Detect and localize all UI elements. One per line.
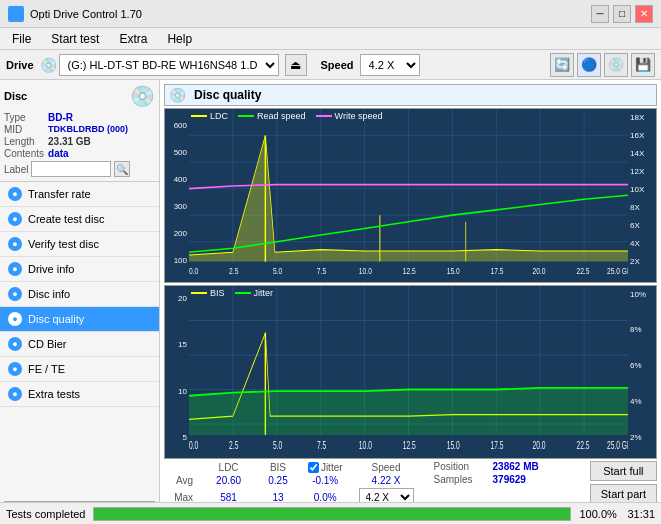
legend-ldc: LDC: [191, 111, 228, 121]
jitter-label: Jitter: [321, 462, 343, 473]
drive-select[interactable]: (G:) HL-DT-ST BD-RE WH16NS48 1.D3: [59, 54, 279, 76]
nav-item-disc-info[interactable]: ●Disc info: [0, 282, 159, 307]
toolbar-disc-button[interactable]: 💿: [604, 53, 628, 77]
nav-icon-verify-test-disc: ●: [8, 237, 22, 251]
y1-label-600: 600: [174, 121, 187, 130]
avg-jitter: -0.1%: [300, 474, 351, 487]
contents-key: Contents: [4, 148, 44, 159]
app-icon: [8, 6, 24, 22]
type-key: Type: [4, 112, 44, 123]
svg-text:5.0: 5.0: [273, 439, 282, 451]
drive-bar: Drive 💿 (G:) HL-DT-ST BD-RE WH16NS48 1.D…: [0, 50, 661, 80]
yr2-2pct: 2%: [630, 433, 642, 442]
th-jitter-check: Jitter: [300, 461, 351, 474]
progress-percent: 100.0%: [579, 508, 619, 520]
nav-icon-cd-bier: ●: [8, 337, 22, 351]
length-key: Length: [4, 136, 44, 147]
window-title: Opti Drive Control 1.70: [30, 8, 142, 20]
menu-start-test[interactable]: Start test: [47, 31, 103, 47]
nav-item-disc-quality[interactable]: ●Disc quality: [0, 307, 159, 332]
svg-text:15.0: 15.0: [447, 266, 460, 276]
yr2-10pct: 10%: [630, 290, 646, 299]
progress-bar-fill: [94, 508, 570, 520]
nav-label-create-test-disc: Create test disc: [28, 213, 104, 225]
main-area: Disc 💿 Type BD-R MID TDKBLDRBD (000) Len…: [0, 80, 661, 524]
samples-value: 379629: [493, 474, 526, 485]
toolbar-settings-button[interactable]: 🔵: [577, 53, 601, 77]
close-button[interactable]: ✕: [635, 5, 653, 23]
menu-extra[interactable]: Extra: [115, 31, 151, 47]
svg-text:10.0: 10.0: [359, 266, 372, 276]
chart2-svg: 0.0 2.5 5.0 7.5 10.0 12.5 15.0 17.5 20.0…: [189, 286, 628, 459]
position-value: 23862 MB: [493, 461, 539, 472]
chart-title: Disc quality: [194, 88, 261, 102]
avg-bis: 0.25: [256, 474, 300, 487]
legend-writespeed-label: Write speed: [335, 111, 383, 121]
y2-label-15: 15: [178, 340, 187, 349]
nav-item-create-test-disc[interactable]: ●Create test disc: [0, 207, 159, 232]
y2-label-20: 20: [178, 294, 187, 303]
maximize-button[interactable]: □: [613, 5, 631, 23]
disc-section: Disc 💿 Type BD-R MID TDKBLDRBD (000) Len…: [0, 80, 159, 182]
toolbar-save-button[interactable]: 💾: [631, 53, 655, 77]
label-key: Label: [4, 164, 28, 175]
yr1-16x: 16X: [630, 131, 644, 140]
position-row: Position 23862 MB: [434, 461, 539, 472]
th-bis: BIS: [256, 461, 300, 474]
yr1-18x: 18X: [630, 113, 644, 122]
yr1-8x: 8X: [630, 203, 640, 212]
start-full-button[interactable]: Start full: [590, 461, 657, 481]
menu-file[interactable]: File: [8, 31, 35, 47]
legend-ldc-label: LDC: [210, 111, 228, 121]
y1-label-500: 500: [174, 148, 187, 157]
svg-text:5.0: 5.0: [273, 266, 283, 276]
y1-label-200: 200: [174, 229, 187, 238]
nav-label-cd-bier: CD Bier: [28, 338, 67, 350]
nav-label-extra-tests: Extra tests: [28, 388, 80, 400]
disc-header-title: Disc: [4, 90, 27, 102]
nav-item-verify-test-disc[interactable]: ●Verify test disc: [0, 232, 159, 257]
nav-list: ●Transfer rate●Create test disc●Verify t…: [0, 182, 159, 407]
speed-select[interactable]: 4.2 X: [360, 54, 420, 76]
contents-value: data: [48, 148, 155, 159]
y1-label-300: 300: [174, 202, 187, 211]
yr1-2x: 2X: [630, 257, 640, 266]
nav-icon-extra-tests: ●: [8, 387, 22, 401]
mid-key: MID: [4, 124, 44, 135]
nav-icon-drive-info: ●: [8, 262, 22, 276]
svg-text:25.0 GB: 25.0 GB: [607, 266, 628, 276]
svg-text:25.0 GB: 25.0 GB: [607, 439, 628, 451]
legend-readspeed: Read speed: [238, 111, 306, 121]
avg-speed: 4.22 X: [351, 474, 422, 487]
jitter-checkbox[interactable]: [308, 462, 319, 473]
th-empty: [164, 461, 201, 474]
status-bar: Tests completed 100.0% 31:31: [0, 502, 661, 524]
label-edit-button[interactable]: 🔍: [114, 161, 130, 177]
action-buttons: Start full Start part: [590, 461, 657, 504]
minimize-button[interactable]: ─: [591, 5, 609, 23]
nav-item-extra-tests[interactable]: ●Extra tests: [0, 382, 159, 407]
toolbar-refresh-button[interactable]: 🔄: [550, 53, 574, 77]
menu-bar: File Start test Extra Help: [0, 28, 661, 50]
svg-text:17.5: 17.5: [491, 266, 504, 276]
nav-label-drive-info: Drive info: [28, 263, 74, 275]
menu-help[interactable]: Help: [163, 31, 196, 47]
svg-text:7.5: 7.5: [317, 266, 327, 276]
nav-item-drive-info[interactable]: ●Drive info: [0, 257, 159, 282]
type-value: BD-R: [48, 112, 155, 123]
nav-label-verify-test-disc: Verify test disc: [28, 238, 99, 250]
eject-button[interactable]: ⏏: [285, 54, 307, 76]
label-input[interactable]: [31, 161, 111, 177]
nav-label-fe-te: FE / TE: [28, 363, 65, 375]
chart-bis: BIS Jitter 20 15 10 5: [164, 285, 657, 460]
avg-label: Avg: [164, 474, 201, 487]
legend-jitter-label: Jitter: [254, 288, 274, 298]
nav-item-transfer-rate[interactable]: ●Transfer rate: [0, 182, 159, 207]
nav-item-fe-te[interactable]: ●FE / TE: [0, 357, 159, 382]
chart-title-bar: 💿 Disc quality: [164, 84, 657, 106]
nav-item-cd-bier[interactable]: ●CD Bier: [0, 332, 159, 357]
start-part-button[interactable]: Start part: [590, 484, 657, 504]
y2-label-10: 10: [178, 387, 187, 396]
svg-text:22.5: 22.5: [576, 439, 589, 451]
y1-label-100: 100: [174, 256, 187, 265]
